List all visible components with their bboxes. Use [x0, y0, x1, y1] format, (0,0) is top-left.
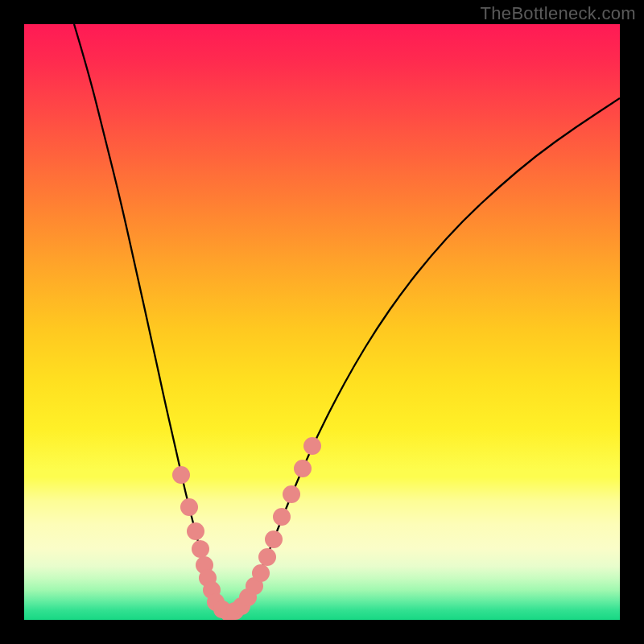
watermark-text: TheBottleneck.com [481, 3, 636, 24]
markers-group [172, 437, 321, 620]
chart-frame: TheBottleneck.com [0, 0, 644, 644]
data-marker [283, 485, 300, 503]
data-marker [192, 540, 209, 558]
data-marker [258, 548, 276, 566]
data-marker [180, 498, 198, 516]
plot-area [24, 24, 620, 620]
data-marker [252, 564, 270, 582]
data-marker [172, 466, 190, 484]
curve-layer [24, 24, 620, 620]
data-marker [303, 437, 321, 455]
data-marker [265, 530, 283, 548]
data-marker [273, 508, 291, 526]
data-marker [294, 460, 312, 477]
data-marker [187, 522, 204, 540]
bottleneck-curve [74, 24, 620, 613]
